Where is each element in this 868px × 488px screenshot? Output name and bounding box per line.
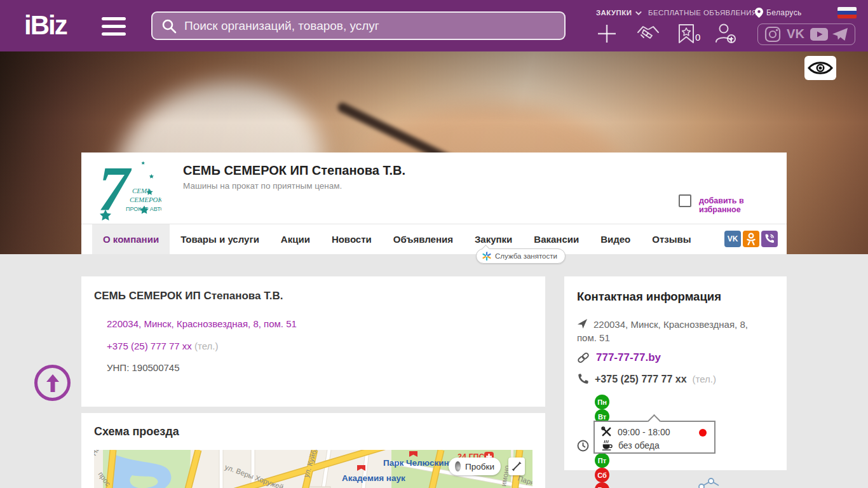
nav-zakupki[interactable]: ЗАКУПКИ: [596, 9, 640, 17]
telegram-icon[interactable]: [832, 27, 848, 42]
tooltip-pointer: [648, 414, 661, 428]
traffic-ball-icon: [455, 461, 461, 471]
map-heading: Схема проезда: [94, 425, 179, 438]
user-add-icon[interactable]: [714, 23, 737, 44]
hours-text: 09:00 - 18:00: [618, 427, 670, 437]
youtube-icon[interactable]: [810, 27, 829, 41]
hours-row: 09:00 - 18:00: [601, 426, 670, 437]
search-icon: [161, 18, 177, 34]
contact-heading: Контактная информация: [577, 290, 721, 304]
company-title: СЕМЬ СЕМЕРОК ИП Степанова Т.В.: [183, 163, 405, 178]
map-canvas[interactable]: Парк Челюскинце Академия наук 24 ГПС ул.…: [94, 450, 532, 488]
about-phone-number[interactable]: +375 (25) 777 77 xx: [107, 341, 192, 351]
scroll-top-button[interactable]: [34, 365, 71, 401]
instagram-icon[interactable]: [764, 26, 781, 43]
map-expand-button[interactable]: [508, 458, 525, 475]
main-header: iBiz ЗАКУПКИ БЕСПЛАТНЫЕ ОБЪЯВЛЕНИЯ Белар…: [0, 0, 868, 51]
tools-icon: [601, 426, 612, 437]
add-plus-icon[interactable]: [596, 23, 618, 44]
favorite-label[interactable]: добавить в избранное: [699, 196, 787, 214]
company-tagline: Машины на прокат по приятным ценам.: [183, 181, 342, 191]
handshake-icon[interactable]: [635, 24, 661, 43]
lunch-row: без обеда: [601, 440, 660, 451]
contact-phone-number[interactable]: +375 (25) 777 77 xx: [595, 374, 687, 385]
contact-website-link[interactable]: 777-77-77.by: [596, 351, 661, 364]
company-social-buttons: VK: [724, 231, 778, 247]
tab-ads[interactable]: Объявления: [383, 224, 464, 254]
contact-card: Контактная информация 220034, Минск, Кра…: [564, 276, 787, 470]
vacancies-tooltip: Служба занятости: [476, 248, 566, 264]
vk-button[interactable]: VK: [724, 231, 741, 247]
about-phone[interactable]: +375 (25) 777 77 xx (тел.): [107, 341, 218, 351]
svg-text:СЕМЕРОК,: СЕМЕРОК,: [130, 196, 161, 203]
contact-phone-row: +375 (25) 777 77 xx (тел.): [577, 373, 716, 385]
map-label-park: Парк Челюскинце: [383, 458, 459, 468]
tab-about[interactable]: О компании: [92, 224, 170, 254]
about-address-link[interactable]: 220034, Минск, Краснозвездная, 8, пом. 5…: [107, 318, 297, 329]
location-pin-icon: [755, 8, 763, 18]
search-input[interactable]: [184, 19, 555, 33]
about-card: СЕМЬ СЕМЕРОК ИП Степанова Т.В. 220034, М…: [81, 276, 545, 407]
nav-location[interactable]: Беларусь: [755, 8, 802, 18]
tab-news[interactable]: Новости: [321, 224, 383, 254]
tab-promotions[interactable]: Акции: [270, 224, 321, 254]
eye-icon: [807, 60, 834, 76]
arrow-up-icon: [44, 373, 62, 393]
coffee-cup-icon: [601, 440, 613, 451]
contact-website-row: 777-77-77.by: [577, 351, 661, 364]
company-tabbar: О компании Товары и услуги Акции Новости…: [81, 224, 787, 254]
tab-products[interactable]: Товары и услуги: [170, 224, 270, 254]
about-heading: СЕМЬ СЕМЕРОК ИП Степанова Т.В.: [94, 290, 283, 302]
contact-phone-note: (тел.): [693, 374, 716, 384]
language-flag-russian[interactable]: [837, 7, 857, 18]
views-eye-badge[interactable]: [804, 56, 836, 80]
viber-button[interactable]: [761, 231, 778, 247]
expand-arrows-icon: [512, 461, 522, 471]
bookmark-star-icon[interactable]: [677, 24, 695, 44]
svg-text:ПРОКАТ АВТО: ПРОКАТ АВТО: [126, 206, 161, 212]
route-share-icon-partial: [697, 478, 722, 488]
phone-icon: [577, 373, 589, 385]
ok-icon: [746, 233, 756, 245]
traffic-toggle-button[interactable]: Пробки: [449, 458, 501, 475]
tab-reviews[interactable]: Отзывы: [641, 224, 702, 254]
svg-text:VK: VK: [787, 27, 804, 41]
vk-icon[interactable]: VK: [784, 27, 807, 41]
map-label-academy: Академия наук: [342, 473, 405, 483]
map-card: Схема проезда: [81, 413, 545, 488]
day-chip-Пт[interactable]: Пт: [595, 453, 609, 468]
day-chip-Сб[interactable]: Сб: [595, 468, 609, 482]
employment-service-icon: [482, 252, 491, 261]
vacancies-tooltip-text: Служба занятости: [495, 252, 557, 260]
svg-text:СЕМЬ: СЕМЬ: [132, 187, 151, 194]
clock-icon: [577, 440, 589, 452]
link-icon: [577, 351, 590, 364]
status-dot: [699, 429, 707, 437]
lunch-text: без обеда: [618, 440, 660, 451]
day-chip-Вс[interactable]: Вс: [595, 482, 609, 488]
company-card: 7 СЕМЬ СЕМЕРОК, ПРОКАТ АВТО СЕМЬ СЕМЕРОК…: [81, 152, 787, 254]
nav-free-ads[interactable]: БЕСПЛАТНЫЕ ОБЪЯВЛЕНИЯ: [648, 9, 757, 17]
favorite-checkbox[interactable]: [679, 194, 691, 207]
ok-button[interactable]: [743, 231, 759, 247]
about-phone-note: (тел.): [194, 341, 218, 351]
about-unp: УНП: 190500745: [107, 362, 180, 373]
day-chip-Пн[interactable]: Пн: [595, 395, 609, 409]
traffic-label: Пробки: [465, 462, 494, 471]
working-hours-tooltip: 09:00 - 18:00 без обеда: [593, 421, 715, 454]
site-logo[interactable]: iBiz: [24, 10, 67, 41]
tab-video[interactable]: Видео: [590, 224, 641, 254]
contact-address: 220034, Минск, Краснозвездная, 8, пом. 5…: [577, 319, 748, 343]
company-logo: 7 СЕМЬ СЕМЕРОК, ПРОКАТ АВТО: [93, 156, 161, 225]
chevron-down-icon: [635, 9, 642, 15]
header-social-links: VK: [757, 24, 855, 45]
contact-address-row: 220034, Минск, Краснозвездная, 8, пом. 5…: [577, 318, 768, 344]
bookmarks-count: 0: [695, 32, 700, 43]
hamburger-menu-icon[interactable]: [102, 17, 126, 36]
navigation-arrow-icon: [577, 318, 588, 329]
viber-icon: [764, 233, 775, 245]
search-bar: [151, 11, 566, 40]
